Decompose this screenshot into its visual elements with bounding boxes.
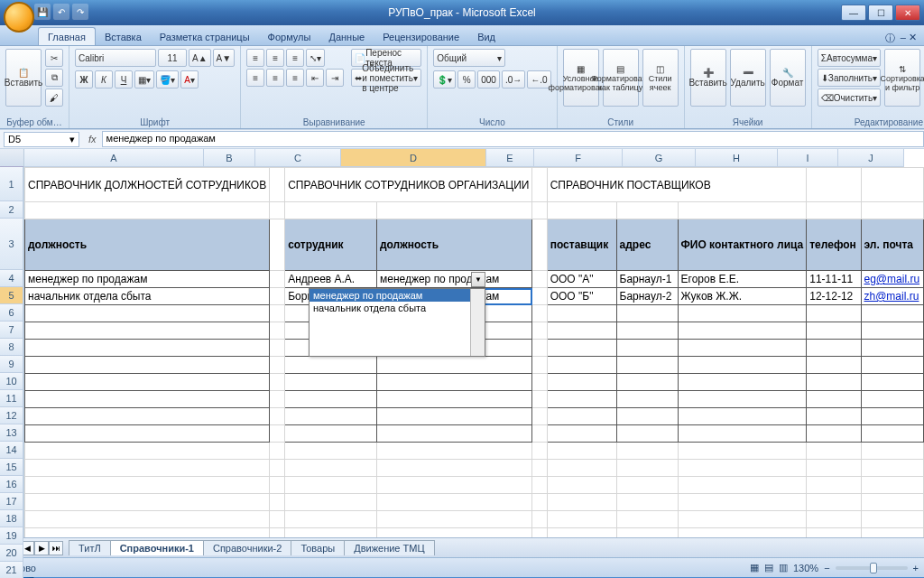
cell-E15[interactable] (532, 460, 547, 477)
cell-I12[interactable] (807, 408, 861, 425)
sort-filter-button[interactable]: ⇅Сортировка и фильтр (884, 49, 920, 107)
tab-data[interactable]: Данные (319, 28, 374, 45)
cell-C12[interactable] (285, 408, 377, 425)
cell-H17[interactable] (678, 494, 807, 511)
cell-C1[interactable]: СПРАВОЧНИК СОТРУДНИКОВ ОРГАНИЗАЦИИ (285, 168, 532, 202)
cell-C16[interactable] (285, 477, 377, 494)
help-icon[interactable]: ⓘ (885, 32, 895, 45)
cut-button[interactable]: ✂ (45, 49, 63, 67)
cell-H15[interactable] (678, 460, 807, 477)
cell-C17[interactable] (285, 494, 377, 511)
cell-C18[interactable] (285, 511, 377, 528)
sheet-tab-0[interactable]: ТитЛ (69, 540, 111, 555)
row-header-21[interactable]: 21 (0, 562, 23, 578)
cell-J13[interactable] (861, 425, 923, 443)
cell-I14[interactable] (807, 443, 861, 460)
cell-D16[interactable] (376, 477, 532, 494)
cell-H4[interactable]: Егоров Е.Е. (678, 271, 807, 288)
col-header-H[interactable]: H (696, 149, 778, 167)
cell-D10[interactable] (376, 374, 532, 391)
cell-H8[interactable] (678, 340, 807, 357)
cell-F7[interactable] (547, 322, 616, 340)
border-button[interactable]: ▦▾ (134, 70, 154, 89)
cell-I8[interactable] (807, 340, 861, 357)
col-header-I[interactable]: I (778, 149, 838, 167)
cell-G16[interactable] (616, 477, 678, 494)
tab-review[interactable]: Рецензирование (374, 28, 468, 45)
cell-C3[interactable]: сотрудник (285, 219, 377, 271)
cell-C19[interactable] (285, 528, 377, 538)
format-cells-button[interactable]: 🔧Формат (770, 49, 806, 107)
cell-C11[interactable] (285, 391, 377, 408)
insert-cells-button[interactable]: ➕Вставить (690, 49, 726, 107)
cell-C10[interactable] (285, 374, 377, 391)
align-middle-button[interactable]: ≡ (266, 49, 284, 67)
cell-I10[interactable] (807, 374, 861, 391)
col-header-D[interactable]: D (341, 149, 486, 167)
cell-F2[interactable] (547, 202, 616, 219)
cell-J7[interactable] (861, 322, 923, 340)
cell-E16[interactable] (532, 477, 547, 494)
col-header-J[interactable]: J (838, 149, 904, 167)
cell-I11[interactable] (807, 391, 861, 408)
cell-F10[interactable] (547, 374, 616, 391)
cell-A14[interactable] (25, 443, 270, 460)
sheet-tab-3[interactable]: Товары (291, 540, 345, 555)
cell-G7[interactable] (616, 322, 678, 340)
tab-page-layout[interactable]: Разметка страницы (151, 28, 259, 45)
cell-B6[interactable] (270, 305, 285, 322)
cell-F5[interactable]: ООО "Б" (547, 288, 616, 305)
tab-view[interactable]: Вид (468, 28, 504, 45)
cell-B10[interactable] (270, 374, 285, 391)
qat-redo-icon[interactable]: ↷ (72, 4, 88, 20)
cell-B16[interactable] (270, 477, 285, 494)
number-format-select[interactable]: Общий▾ (433, 49, 505, 67)
cell-A6[interactable] (25, 305, 270, 322)
cell-B12[interactable] (270, 408, 285, 425)
cell-I16[interactable] (807, 477, 861, 494)
cell-E18[interactable] (532, 511, 547, 528)
cell-B5[interactable] (270, 288, 285, 305)
cell-D14[interactable] (376, 443, 532, 460)
tab-insert[interactable]: Вставка (96, 28, 151, 45)
row-header-16[interactable]: 16 (0, 476, 23, 493)
sheet-tab-4[interactable]: Движение ТМЦ (344, 540, 434, 555)
row-header-20[interactable]: 20 (0, 545, 23, 562)
cell-A4[interactable]: менеджер по продажам (25, 271, 270, 288)
row-header-1[interactable]: 1 (0, 167, 23, 201)
sheet-tab-1[interactable]: Справочники-1 (110, 540, 204, 555)
row-header-9[interactable]: 9 (0, 356, 23, 373)
cell-E7[interactable] (532, 322, 547, 340)
col-header-C[interactable]: C (255, 149, 341, 167)
cell-F12[interactable] (547, 408, 616, 425)
cell-H7[interactable] (678, 322, 807, 340)
format-painter-button[interactable]: 🖌 (45, 89, 63, 107)
cell-I17[interactable] (807, 494, 861, 511)
cell-J2[interactable] (861, 202, 923, 219)
cell-B3[interactable] (270, 219, 285, 271)
cell-A13[interactable] (25, 425, 270, 443)
zoom-out-button[interactable]: − (824, 563, 829, 573)
cell-J1[interactable] (861, 168, 923, 202)
cell-D9[interactable] (376, 357, 532, 374)
cell-H2[interactable] (678, 202, 807, 219)
row-header-4[interactable]: 4 (0, 270, 23, 287)
grow-font-button[interactable]: A▲ (189, 49, 211, 67)
cell-E13[interactable] (532, 425, 547, 443)
align-right-button[interactable]: ≡ (286, 69, 304, 87)
row-header-11[interactable]: 11 (0, 390, 23, 407)
cell-F6[interactable] (547, 305, 616, 322)
cell-I19[interactable] (807, 528, 861, 538)
cell-C4[interactable]: Андреев А.А. (285, 271, 377, 288)
underline-button[interactable]: Ч (115, 70, 133, 89)
cell-D4[interactable]: менеджер по продажам (376, 271, 532, 288)
zoom-slider[interactable] (836, 566, 908, 570)
cell-B7[interactable] (270, 322, 285, 340)
cell-H3[interactable]: ФИО контактного лица (678, 219, 807, 271)
cell-A1[interactable]: СПРАВОЧНИК ДОЛЖНОСТЕЙ СОТРУДНИКОВ (25, 168, 270, 202)
fill-button[interactable]: ⬇ Заполнить ▾ (818, 69, 882, 87)
cell-J6[interactable] (861, 305, 923, 322)
cell-F4[interactable]: ООО "А" (547, 271, 616, 288)
cell-F17[interactable] (547, 494, 616, 511)
cell-A16[interactable] (25, 477, 270, 494)
